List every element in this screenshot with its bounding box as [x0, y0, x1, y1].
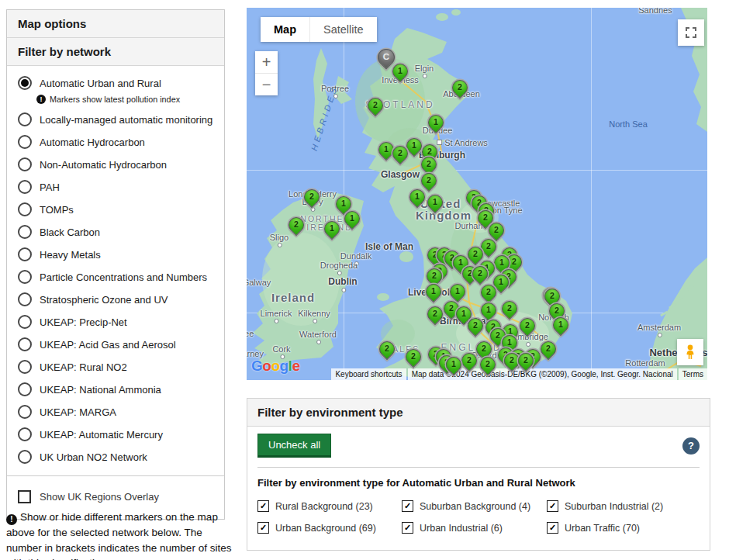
pegman-button[interactable]	[677, 339, 703, 365]
radio-button[interactable]	[18, 135, 32, 149]
map-label: Limerick	[261, 309, 292, 318]
network-radio-option[interactable]: UKEAP: National Ammonia	[18, 382, 213, 396]
marker-count: 2	[305, 190, 319, 204]
network-radio-option[interactable]: UKEAP: MARGA	[18, 405, 213, 419]
environment-checkbox-option[interactable]: ✓Suburban Background (4)	[402, 500, 547, 512]
place-square-icon	[437, 140, 442, 145]
network-radio-label: UKEAP: MARGA	[40, 406, 116, 418]
network-radio-option[interactable]: UKEAP: Acid Gas and Aerosol	[18, 337, 213, 351]
map-label: lee	[247, 329, 254, 338]
checkbox[interactable]: ✓	[547, 500, 558, 512]
uk-regions-overlay-checkbox[interactable]	[18, 490, 31, 503]
radio-button[interactable]	[18, 180, 32, 194]
network-note: !Markers show latest pollution index	[36, 95, 213, 104]
environment-checkbox-option[interactable]: ✓Urban Traffic (70)	[547, 522, 700, 534]
radio-button[interactable]	[18, 76, 32, 90]
marker-count: 2	[453, 81, 467, 95]
map-label: Drogheda	[320, 261, 358, 270]
keyboard-shortcuts-link[interactable]: Keyboard shortcuts	[331, 368, 406, 380]
environment-checkbox-option[interactable]: ✓Urban Industrial (6)	[402, 522, 547, 534]
uncheck-all-button[interactable]: Uncheck all	[257, 434, 331, 458]
marker-count: 2	[520, 319, 534, 333]
checkbox[interactable]: ✓	[402, 522, 413, 534]
radio-button[interactable]	[18, 157, 32, 171]
network-radio-option[interactable]: Locally-managed automatic monitoring	[18, 112, 213, 126]
marker-count: 1	[429, 116, 443, 130]
map-label: Kilkenny	[298, 309, 330, 318]
place-dot-icon	[526, 342, 530, 347]
radio-button[interactable]	[18, 450, 32, 464]
marker-count: 1	[379, 143, 393, 157]
map-label: Ireland	[271, 291, 315, 304]
network-radio-option[interactable]: PAH	[18, 180, 213, 194]
network-radio-option[interactable]: Heavy Metals	[18, 247, 213, 261]
network-radio-option[interactable]: UKEAP: Precip-Net	[18, 315, 213, 329]
radio-button[interactable]	[18, 382, 32, 396]
radio-button[interactable]	[18, 247, 32, 261]
map-label: Elgin	[415, 64, 434, 73]
radio-button[interactable]	[18, 315, 32, 329]
radio-button[interactable]	[18, 427, 32, 441]
network-radio-label: UKEAP: Automatic Mercury	[40, 429, 163, 441]
satellite-view-button[interactable]: Satellite	[309, 17, 377, 42]
network-radio-label: Particle Concentrations and Numbers	[40, 271, 207, 283]
radio-button[interactable]	[18, 202, 32, 216]
marker-count: 2	[462, 354, 476, 368]
marker-count: 2	[541, 342, 555, 356]
network-radio-label: Black Carbon	[40, 226, 100, 238]
network-radio-label: Stratospheric Ozone and UV	[40, 294, 168, 306]
map-label: Dundalk	[340, 251, 371, 261]
network-radio-option[interactable]: Black Carbon	[18, 225, 213, 239]
radio-button[interactable]	[18, 360, 32, 374]
checkbox[interactable]: ✓	[547, 522, 558, 534]
checkbox[interactable]: ✓	[257, 500, 269, 512]
radio-button[interactable]	[18, 405, 32, 419]
radio-button[interactable]	[18, 337, 32, 351]
network-radio-label: UKEAP: Acid Gas and Aerosol	[40, 339, 176, 351]
google-map[interactable]: SandnesPortreeHEBRIDESElginInvernessSCOT…	[247, 8, 707, 380]
network-radio-option[interactable]: UKEAP: Rural NO2	[18, 360, 213, 374]
network-radio-option[interactable]: Automatic Urban and Rural	[18, 76, 213, 90]
environment-checkbox-label: Urban Traffic (70)	[565, 523, 640, 534]
network-radio-option[interactable]: Non-Automatic Hydrocarbon	[18, 157, 213, 171]
environment-checkbox-label: Rural Background (23)	[275, 501, 373, 512]
marker-count: 2	[473, 267, 487, 281]
google-logo-letter: G	[251, 358, 262, 374]
marker-count: 2	[422, 174, 436, 188]
map-label: Rotterdam	[625, 358, 665, 368]
checkbox[interactable]: ✓	[257, 522, 269, 534]
network-radio-label: Locally-managed automatic monitoring	[40, 114, 212, 126]
terms-link[interactable]: Terms	[679, 368, 707, 380]
zoom-in-button[interactable]: +	[255, 51, 278, 73]
environment-checkbox-label: Suburban Industrial (2)	[565, 501, 663, 512]
map-label: St Andrews	[437, 138, 488, 147]
network-radio-option[interactable]: Particle Concentrations and Numbers	[18, 270, 213, 284]
network-radio-label: Automatic Urban and Rural	[40, 78, 161, 89]
map-view-button[interactable]: Map	[261, 17, 309, 42]
radio-button[interactable]	[18, 225, 32, 239]
radio-button[interactable]	[18, 292, 32, 306]
zoom-out-button[interactable]: −	[255, 74, 278, 95]
help-button[interactable]: ?	[682, 437, 700, 455]
footnote-text: Show or hide different markers on the ma…	[6, 511, 231, 560]
zoom-control: + −	[255, 51, 278, 95]
marker-count: 2	[468, 247, 482, 261]
network-radio-option[interactable]: UKEAP: Automatic Mercury	[18, 427, 213, 441]
environment-checkbox-option[interactable]: ✓Rural Background (23)	[257, 500, 402, 512]
radio-button[interactable]	[18, 112, 32, 126]
checkbox[interactable]: ✓	[402, 500, 413, 512]
network-radio-option[interactable]: UK Urban NO2 Network	[18, 450, 213, 464]
network-radio-option[interactable]: Automatic Hydrocarbon	[18, 135, 213, 149]
google-logo[interactable]: Google	[251, 358, 299, 375]
fullscreen-button[interactable]	[678, 19, 704, 46]
environment-checkbox-option[interactable]: ✓Urban Background (69)	[257, 522, 402, 534]
map-options-panel: Map options Filter by network Automatic …	[6, 9, 225, 520]
map-label: Dublin	[328, 276, 357, 287]
radio-button[interactable]	[18, 270, 32, 284]
network-radio-option[interactable]: TOMPs	[18, 202, 213, 216]
marker-count: 1	[410, 190, 424, 204]
map-label: Waterford	[299, 330, 337, 339]
marker-count: 1	[482, 303, 496, 317]
environment-checkbox-option[interactable]: ✓Suburban Industrial (2)	[547, 500, 700, 512]
network-radio-option[interactable]: Stratospheric Ozone and UV	[18, 292, 213, 306]
